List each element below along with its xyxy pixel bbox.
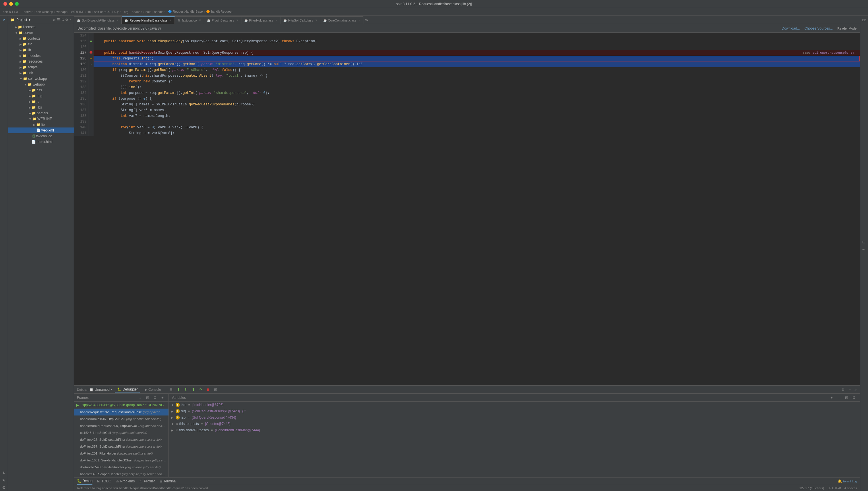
tree-item-server[interactable]: ▼ 📁 server	[8, 30, 74, 36]
event-log-button[interactable]: 🔔 Event Log	[838, 479, 857, 483]
project-sort-icon[interactable]: ⇅	[61, 18, 64, 22]
tree-item-lib[interactable]: ▶ 📁 lib	[8, 47, 74, 53]
breadcrumb-item[interactable]: webapp	[57, 10, 68, 13]
frames-settings-icon[interactable]: ⚙	[152, 395, 158, 401]
var-item-this[interactable]: ▼ f this = {InfoHandler@6796}	[169, 402, 860, 408]
tree-item-js[interactable]: ▶ 📁 js	[8, 99, 74, 105]
tree-item-contexts[interactable]: ▶ 📁 contexts	[8, 36, 74, 41]
tab-favicon[interactable]: 🖼 favicon.ico ×	[175, 17, 204, 24]
tree-item-scripts[interactable]: ▶ 📁 scripts	[8, 64, 74, 70]
breadcrumb-item[interactable]: handler	[154, 10, 164, 13]
tab-solrdispatchfilter[interactable]: ☕ SolrDispatchFilter.class ×	[74, 17, 122, 24]
debug-tab-console[interactable]: ▶ Console	[142, 386, 163, 393]
tab-close-icon[interactable]: ×	[117, 19, 119, 22]
frame-item-dohandle[interactable]: doHandle:548, ServletHandler (org.eclips…	[74, 464, 169, 471]
close-button[interactable]	[3, 2, 7, 6]
step-into-button[interactable]: ⬇	[183, 386, 189, 393]
debug-settings-icon[interactable]: ⚙	[842, 387, 845, 392]
bottom-tab-problems[interactable]: ⚠ Problems	[116, 478, 135, 485]
var-item-requests[interactable]: ▼ ∞ this.requests = {Counter@7443}	[169, 421, 860, 427]
tree-item-webinf[interactable]: ▼ 📁 WEB-INF	[8, 116, 74, 122]
var-item-rsp[interactable]: ▶ f rsp = {SolrQueryResponse@7434}	[169, 414, 860, 421]
tree-item-indexhtml[interactable]: ▶ 📄 index.html	[8, 139, 74, 145]
frame-item-dofilter4[interactable]: doFilter:1601, ServletHandler$Chain (org…	[74, 457, 169, 464]
tree-item-modules[interactable]: ▶ 📁 modules	[8, 53, 74, 59]
tab-close-icon[interactable]: ×	[199, 19, 201, 22]
more-debug-button[interactable]: ⊞	[213, 386, 219, 393]
sidebar-item-project[interactable]: P	[1, 17, 7, 24]
tree-item-favicon[interactable]: ▶ 🖼 favicon.ico	[8, 133, 74, 139]
tab-httpsolrcall[interactable]: ☕ HttpSolrCall.class ×	[280, 17, 320, 24]
step-over-button[interactable]: ⬇	[175, 386, 182, 393]
tree-item-resources[interactable]: ▶ 📁 resources	[8, 59, 74, 64]
tab-requesthandlerbase[interactable]: ☕ RequestHandlerBase.class ×	[122, 17, 175, 24]
breadcrumb-item[interactable]: solr-core-8.11.0.jar	[94, 10, 121, 13]
sidebar-item-structure[interactable]: ⇌	[1, 469, 7, 476]
vars-add-icon[interactable]: +	[828, 395, 835, 401]
status-indentation[interactable]: 4 spaces	[844, 486, 857, 490]
bottom-tab-todo[interactable]: ☑ TODO	[97, 478, 111, 485]
frame-item-handle[interactable]: handle:143, ScopedHandler (org.eclipse.j…	[74, 471, 169, 477]
debug-tab-debugger[interactable]: 🐛 Debugger	[115, 386, 140, 393]
window-controls[interactable]	[3, 2, 19, 6]
breadcrumb-item[interactable]: 🔷 RequestHandlerBase	[168, 10, 203, 13]
frame-item-handlerequest[interactable]: handleRequest:192, RequestHandlerBase (o…	[74, 409, 169, 415]
tree-item-webxml[interactable]: ▶ 📄 web.xml	[8, 127, 74, 133]
frame-item-dofilter3[interactable]: doFilter:201, FilterHolder (org.eclipse.…	[74, 450, 169, 457]
project-close-icon[interactable]: ×	[69, 18, 71, 22]
var-item-req[interactable]: ▶ f req = {SolrRequestParsers$1@7423} "{…	[169, 408, 860, 414]
tab-close-icon[interactable]: ×	[237, 19, 238, 22]
breadcrumb-item[interactable]: solr	[146, 10, 151, 13]
tree-item-lib2[interactable]: ▶ 📁 lib	[8, 122, 74, 127]
tab-filterholder[interactable]: ☕ FilterHolder.class ×	[241, 17, 280, 24]
tree-item-solr-webapp[interactable]: ▼ 📁 solr-webapp	[8, 76, 74, 82]
status-position[interactable]: 127:27 (13 chars)	[799, 486, 824, 490]
frame-item-call[interactable]: call:545, HttpSolrCall (org.apache.solr.…	[74, 429, 169, 436]
tab-corecontainer[interactable]: ☕ CoreContainer.class ×	[320, 17, 364, 24]
tree-item-partials[interactable]: ▶ 📁 partials	[8, 110, 74, 116]
frame-item-handleadminrequest[interactable]: handleAdminRequest:800, HttpSolrCall (or…	[74, 423, 169, 429]
frame-item-handleadmin[interactable]: handleAdmin:836, HttpSolrCall (org.apach…	[74, 415, 169, 423]
breadcrumb-item[interactable]: WEB-INF	[71, 10, 84, 13]
sidebar-item-favorites[interactable]: ★	[1, 476, 7, 484]
breadcrumb-item[interactable]: 🔶 handleRequest	[206, 10, 232, 13]
tab-close-icon[interactable]: ×	[359, 19, 361, 22]
frame-item-dofilter1[interactable]: doFilter:427, SolrDispatchFilter (org.ap…	[74, 436, 169, 443]
sort-frames-button[interactable]: ↕	[137, 395, 143, 401]
right-icon-database[interactable]: DB	[861, 17, 868, 24]
project-dropdown-icon[interactable]: ▾	[29, 18, 30, 22]
reader-mode-button[interactable]: Reader Mode	[837, 27, 857, 30]
stop-button[interactable]: ⏹	[205, 386, 212, 393]
tree-item-css[interactable]: ▶ 📁 css	[8, 87, 74, 93]
tree-item-etc[interactable]: ▶ 📁 etc	[8, 41, 74, 47]
tree-item-libs[interactable]: ▶ 📁 libs	[8, 105, 74, 110]
step-out-button[interactable]: ⬆	[190, 386, 197, 393]
tree-item-licenses[interactable]: ▶ 📁 licenses	[8, 24, 74, 30]
maximize-button[interactable]	[15, 2, 19, 6]
status-encoding[interactable]: LF UTF-8	[828, 486, 841, 490]
tree-item-img[interactable]: ▶ 📁 img	[8, 93, 74, 99]
tab-close-icon[interactable]: ×	[275, 19, 277, 22]
var-item-shardpurposes[interactable]: ▶ ∞ this.shardPurposes = {ConcurrentHash…	[169, 427, 860, 433]
breadcrumb-item[interactable]: server	[24, 10, 33, 13]
code-editor[interactable]: 124 125 ● public abstract void handleReq…	[74, 33, 860, 385]
debug-minimize-icon[interactable]: −	[849, 387, 851, 392]
tab-close-icon[interactable]: ×	[170, 19, 172, 22]
project-settings-icon[interactable]: ⚙	[65, 18, 68, 22]
tab-scroll-button[interactable]: ≫	[363, 17, 370, 24]
frames-add-icon[interactable]: +	[159, 395, 166, 401]
minimize-button[interactable]	[9, 2, 13, 6]
project-locate-icon[interactable]: ⊕	[53, 18, 56, 22]
breadcrumb-item[interactable]: solr-8.11.0 2	[3, 10, 20, 13]
filter-frames-button2[interactable]: ⊟	[144, 395, 151, 401]
vars-settings-icon[interactable]: ⚙	[851, 395, 857, 401]
thread-item-running[interactable]: ▶ "qtp62343880-66"@6,305 in group "main"…	[74, 402, 169, 409]
tree-item-solr[interactable]: ▶ 📁 solr	[8, 70, 74, 76]
run-to-cursor-button[interactable]: ↷	[198, 386, 204, 393]
bottom-tab-terminal[interactable]: ⊞ Terminal	[159, 478, 177, 485]
debug-expand-icon[interactable]: ⤢	[854, 387, 857, 392]
breadcrumb-item[interactable]: org	[124, 10, 128, 13]
vars-filter-icon[interactable]: ⊟	[843, 395, 850, 401]
breadcrumb-item[interactable]: solr-webapp	[36, 10, 53, 13]
bottom-tab-profiler[interactable]: ⏱ Profiler	[140, 478, 155, 485]
